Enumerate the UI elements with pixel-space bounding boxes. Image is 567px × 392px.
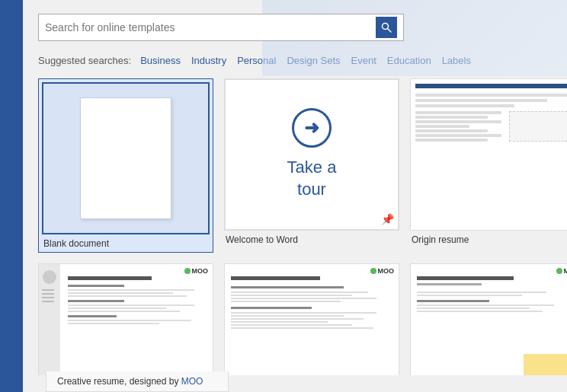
- template-tour-thumb: ➜ Take atour 📌: [224, 78, 399, 231]
- template-tour[interactable]: ➜ Take atour 📌 Welcome to Word: [224, 78, 399, 253]
- search-box: [38, 14, 404, 41]
- svg-line-1: [388, 29, 392, 33]
- moo-1-preview: MOO: [39, 264, 213, 375]
- tooltip-link[interactable]: MOO: [181, 376, 203, 387]
- tooltip-bar: Creative resume, designed by MOO: [46, 371, 229, 392]
- blank-doc-preview: [80, 97, 171, 219]
- template-origin-label: Origin resume: [410, 234, 567, 245]
- origin-header: [415, 84, 567, 88]
- main-area: Suggested searches: Business Industry Pe…: [23, 0, 567, 392]
- search-button[interactable]: [376, 17, 397, 38]
- tour-arrow-circle: ➜: [292, 108, 332, 148]
- moo-3-logo: MOO: [556, 267, 568, 275]
- template-blank-thumb: [42, 82, 210, 234]
- suggested-link-industry[interactable]: Industry: [187, 55, 231, 66]
- template-blank[interactable]: Blank document: [38, 78, 213, 253]
- pin-icon: 📌: [381, 213, 394, 225]
- tour-text: Take atour: [287, 157, 337, 200]
- tour-arrow-icon: ➜: [304, 117, 319, 139]
- moo-3-dot: [556, 268, 562, 274]
- moo-2-dot: [370, 268, 376, 274]
- moo-3-preview: MOO: [411, 264, 567, 375]
- origin-section: [415, 111, 567, 142]
- moo-2-brand: MOO: [378, 267, 395, 275]
- tour-inner: ➜ Take atour: [225, 79, 399, 230]
- tooltip-text: Creative resume, designed by: [57, 376, 181, 387]
- template-tour-label: Welcome to Word: [224, 234, 399, 245]
- moo-logo: MOO: [184, 267, 209, 275]
- template-moo-1-thumb: MOO: [38, 263, 213, 375]
- moo-left-sidebar: [39, 264, 60, 375]
- template-moo-2[interactable]: MOO Creative resume, des: [224, 263, 399, 375]
- left-panel: [0, 0, 23, 392]
- origin-preview: [411, 79, 567, 230]
- moo-dot-icon: [184, 268, 191, 274]
- template-moo-3-thumb: MOO: [410, 263, 567, 375]
- moo-brand: MOO: [192, 267, 209, 275]
- moo-2-preview: MOO: [225, 264, 399, 375]
- search-icon: [381, 22, 392, 33]
- search-input[interactable]: [45, 21, 376, 33]
- suggested-link-business[interactable]: Business: [136, 55, 185, 66]
- moo-3-brand: MOO: [564, 267, 568, 275]
- moo-main-content: MOO: [65, 264, 213, 330]
- template-moo-2-thumb: MOO: [224, 263, 399, 375]
- template-blank-label: Blank document: [42, 238, 210, 249]
- templates-grid: Blank document ➜ Take atour 📌 Welcome to…: [23, 71, 567, 375]
- moo-2-logo: MOO: [370, 267, 395, 275]
- template-origin-resume[interactable]: Origin resume: [410, 78, 567, 253]
- moo-avatar: [43, 270, 56, 284]
- template-moo-1[interactable]: MOO: [38, 263, 213, 375]
- suggested-label: Suggested searches:: [38, 55, 131, 66]
- moo-yellow-accent: [524, 354, 567, 375]
- search-section: [23, 0, 567, 50]
- template-moo-3[interactable]: MOO Creative resume, designed by MOO: [410, 263, 567, 375]
- template-origin-thumb: [410, 78, 567, 231]
